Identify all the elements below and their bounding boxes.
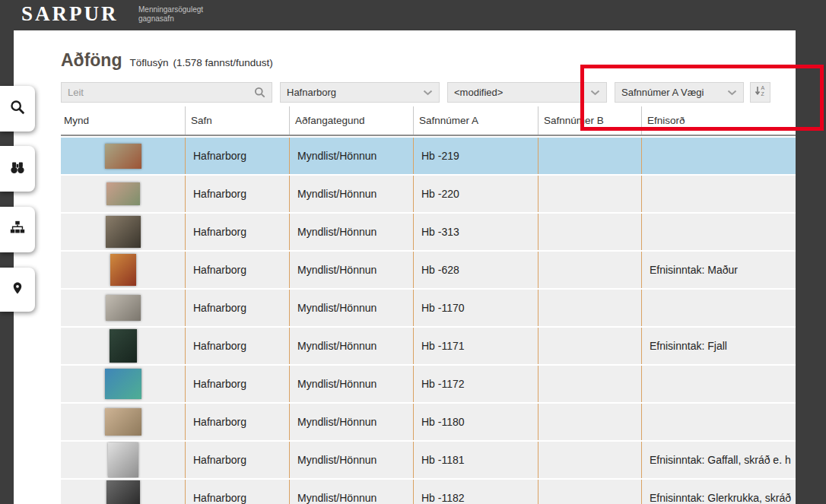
cell-efnisord: [641, 138, 796, 174]
sidebar-item-location[interactable]: [0, 268, 35, 312]
cell-safnnumer-b: [538, 138, 641, 174]
collection-dropdown[interactable]: Hafnarborg: [280, 82, 440, 103]
cell-safn: Hafnarborg: [185, 214, 289, 250]
thumbnail-cell: [61, 442, 185, 478]
cell-efnisord: [641, 366, 796, 402]
cell-safn: Hafnarborg: [185, 328, 289, 364]
table-row[interactable]: Hafnarborg Myndlist/Hönnun Hb -628 Efnis…: [61, 252, 796, 288]
sort-dropdown[interactable]: Safnnúmer A Vægi: [615, 82, 744, 103]
cell-adfangategund: Myndlist/Hönnun: [289, 366, 413, 402]
cell-safn: Hafnarborg: [185, 138, 289, 174]
cell-adfangategund: Myndlist/Hönnun: [289, 442, 413, 478]
sort-az-icon: A Z: [755, 85, 766, 100]
table-row[interactable]: Hafnarborg Myndlist/Hönnun Hb -219: [61, 138, 796, 174]
table-row[interactable]: Hafnarborg Myndlist/Hönnun Hb -1172: [61, 366, 796, 402]
sidebar-item-hierarchy[interactable]: [0, 207, 35, 252]
table-row[interactable]: Hafnarborg Myndlist/Hönnun Hb -1182 Efni…: [61, 480, 796, 504]
brand-logo[interactable]: SARPUR: [21, 2, 119, 26]
cell-safnnumer-a: Hb -628: [413, 252, 538, 288]
thumbnail[interactable]: [105, 369, 141, 399]
cell-adfangategund: Myndlist/Hönnun: [289, 214, 413, 250]
table-row[interactable]: Hafnarborg Myndlist/Hönnun Hb -313: [61, 214, 796, 250]
thumbnail[interactable]: [106, 182, 140, 205]
cell-safn: Hafnarborg: [185, 176, 289, 212]
column-header-mynd[interactable]: Mynd: [61, 106, 185, 135]
table-row[interactable]: Hafnarborg Myndlist/Hönnun Hb -1170: [61, 290, 796, 326]
cell-safn: Hafnarborg: [185, 252, 289, 288]
thumbnail[interactable]: [108, 442, 138, 477]
cell-efnisord: [641, 176, 796, 212]
top-bar: SARPUR Menningarsögulegt gagnasafn: [0, 0, 826, 30]
result-count: (1.578 fannst/fundust): [173, 57, 273, 68]
thumbnail[interactable]: [105, 144, 141, 169]
hierarchy-icon: [9, 220, 26, 239]
thumbnail-cell: [61, 404, 185, 440]
column-header-safn[interactable]: Safn: [185, 106, 289, 135]
sort-order-button[interactable]: A Z: [750, 82, 770, 103]
brand-tagline-line1: Menningarsögulegt: [138, 5, 203, 14]
cell-safn: Hafnarborg: [185, 480, 289, 504]
thumbnail[interactable]: [110, 254, 136, 286]
column-header-safnnumer-a[interactable]: Safnnúmer A: [413, 106, 538, 135]
thumbnail[interactable]: [106, 480, 140, 504]
cell-efnisord: Efnisinntak: Fjall: [641, 328, 796, 364]
cell-efnisord: [641, 214, 796, 250]
cell-safnnumer-a: Hb -1171: [413, 328, 538, 364]
table-row[interactable]: Hafnarborg Myndlist/Hönnun Hb -220: [61, 176, 796, 212]
cell-safnnumer-b: [538, 176, 641, 212]
table-row[interactable]: Hafnarborg Myndlist/Hönnun Hb -1181 Efni…: [61, 442, 796, 478]
cell-safn: Hafnarborg: [185, 442, 289, 478]
cell-efnisord: [641, 290, 796, 326]
thumbnail-cell: [61, 176, 185, 212]
svg-text:Z: Z: [761, 91, 765, 97]
thumbnail-cell: [61, 328, 185, 364]
cell-safnnumer-a: Hb -219: [413, 138, 538, 174]
filter-bar: Hafnarborg <modified> Safnnúmer A Vægi: [61, 82, 770, 103]
column-header-efnisord[interactable]: Efnisorð: [641, 106, 796, 135]
cell-safnnumer-b: [538, 366, 641, 402]
cell-adfangategund: Myndlist/Hönnun: [289, 176, 413, 212]
cell-safn: Hafnarborg: [185, 366, 289, 402]
cell-adfangategund: Myndlist/Hönnun: [289, 252, 413, 288]
search-box: [61, 82, 272, 103]
modified-dropdown-value: <modified>: [454, 87, 503, 98]
column-header-adfangategund[interactable]: Aðfangategund: [289, 106, 413, 135]
brand-tagline: Menningarsögulegt gagnasafn: [138, 5, 203, 24]
cell-efnisord: [641, 404, 796, 440]
search-input[interactable]: [62, 87, 254, 98]
thumbnail[interactable]: [106, 216, 141, 248]
page-title: Aðföng: [61, 50, 122, 71]
cell-adfangategund: Myndlist/Hönnun: [289, 404, 413, 440]
brand-tagline-line2: gagnasafn: [138, 14, 203, 24]
cell-safnnumer-b: [538, 214, 641, 250]
svg-text:A: A: [761, 85, 765, 90]
cell-safnnumer-b: [538, 404, 641, 440]
table-row[interactable]: Hafnarborg Myndlist/Hönnun Hb -1180: [61, 404, 796, 440]
thumbnail[interactable]: [106, 295, 141, 321]
cell-safnnumer-b: [538, 290, 641, 326]
thumbnail-cell: [61, 366, 185, 402]
cell-safnnumer-a: Hb -1181: [413, 442, 538, 478]
table-row[interactable]: Hafnarborg Myndlist/Hönnun Hb -1171 Efni…: [61, 328, 796, 364]
sidebar-item-search[interactable]: [0, 86, 35, 132]
cell-safnnumer-a: Hb -1172: [413, 366, 538, 402]
search-icon: [9, 99, 26, 119]
table-header-row: Mynd Safn Aðfangategund Safnnúmer A Safn…: [61, 106, 796, 136]
page-header: Aðföng Töflusýn (1.578 fannst/fundust): [61, 50, 273, 71]
cell-safn: Hafnarborg: [185, 404, 289, 440]
cell-safnnumer-a: Hb -220: [413, 176, 538, 212]
modified-dropdown[interactable]: <modified>: [447, 82, 607, 103]
cell-adfangategund: Myndlist/Hönnun: [289, 290, 413, 326]
sidebar-item-browse[interactable]: [0, 146, 35, 192]
thumbnail[interactable]: [110, 329, 137, 363]
cell-safn: Hafnarborg: [185, 290, 289, 326]
location-pin-icon: [11, 280, 24, 300]
cell-efnisord: Efnisinntak: Gaffall, skráð e. h: [641, 442, 796, 478]
cell-safnnumer-a: Hb -1180: [413, 404, 538, 440]
search-icon: [254, 87, 265, 98]
column-header-safnnumer-b[interactable]: Safnnúmer B: [538, 106, 641, 135]
collection-dropdown-value: Hafnarborg: [287, 87, 336, 98]
sort-dropdown-value: Safnnúmer A Vægi: [621, 87, 704, 98]
thumbnail[interactable]: [105, 408, 141, 436]
chevron-down-icon: [727, 87, 737, 98]
